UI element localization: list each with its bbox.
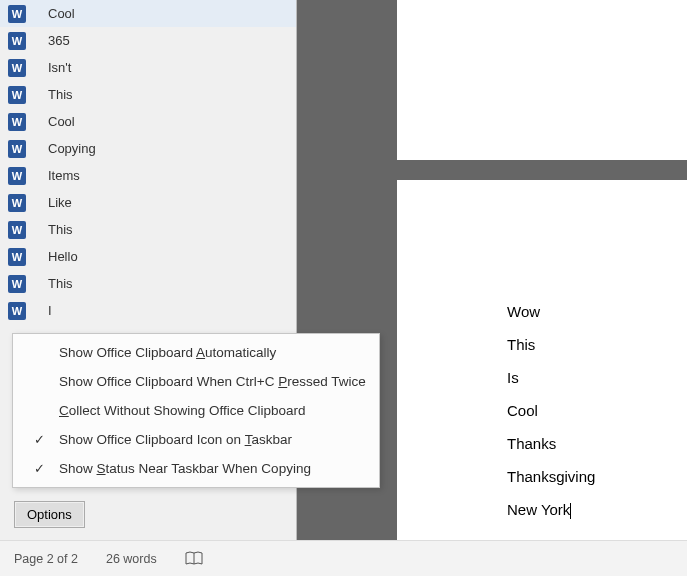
- document-line[interactable]: Thanksgiving: [507, 460, 687, 493]
- options-menu-item[interactable]: ✓Show Status Near Taskbar When Copying: [13, 454, 379, 483]
- menu-item-label: Show Office Clipboard Automatically: [59, 345, 373, 360]
- clipboard-item[interactable]: WThis: [0, 216, 296, 243]
- clipboard-item[interactable]: WThis: [0, 81, 296, 108]
- options-menu-item[interactable]: Show Office Clipboard Automatically: [13, 338, 379, 367]
- document-line[interactable]: Thanks: [507, 427, 687, 460]
- word-icon: W: [8, 167, 26, 185]
- word-icon: W: [8, 275, 26, 293]
- proofing-icon[interactable]: [185, 551, 203, 567]
- word-icon: W: [8, 140, 26, 158]
- document-line[interactable]: This: [507, 328, 687, 361]
- clipboard-item[interactable]: WI: [0, 297, 296, 324]
- clipboard-item-text: Cool: [48, 6, 75, 21]
- options-menu-item[interactable]: Collect Without Showing Office Clipboard: [13, 396, 379, 425]
- clipboard-item[interactable]: WIsn't: [0, 54, 296, 81]
- clipboard-item-text: Isn't: [48, 60, 71, 75]
- clipboard-item-text: This: [48, 222, 73, 237]
- document-line[interactable]: New York: [507, 493, 687, 526]
- word-icon: W: [8, 194, 26, 212]
- clipboard-item-text: This: [48, 87, 73, 102]
- document-line[interactable]: Wow: [507, 295, 687, 328]
- clipboard-item-text: Cool: [48, 114, 75, 129]
- document-line[interactable]: Cool: [507, 394, 687, 427]
- menu-item-label: Show Status Near Taskbar When Copying: [59, 461, 373, 476]
- clipboard-item[interactable]: WCopying: [0, 135, 296, 162]
- options-menu-item[interactable]: Show Office Clipboard When Ctrl+C Presse…: [13, 367, 379, 396]
- clipboard-item[interactable]: WCool: [0, 108, 296, 135]
- clipboard-item[interactable]: WItems: [0, 162, 296, 189]
- document-page-2[interactable]: WowThisIsCoolThanksThanksgivingNew York: [397, 180, 687, 576]
- clipboard-item-text: This: [48, 276, 73, 291]
- clipboard-item-text: 365: [48, 33, 70, 48]
- clipboard-item-text: Items: [48, 168, 80, 183]
- status-page-info[interactable]: Page 2 of 2: [14, 552, 78, 566]
- word-icon: W: [8, 221, 26, 239]
- clipboard-item[interactable]: WThis: [0, 270, 296, 297]
- status-word-count[interactable]: 26 words: [106, 552, 157, 566]
- menu-item-label: Show Office Clipboard Icon on Taskbar: [59, 432, 373, 447]
- clipboard-item-text: Like: [48, 195, 72, 210]
- menu-item-label: Show Office Clipboard When Ctrl+C Presse…: [59, 374, 373, 389]
- clipboard-item-text: Copying: [48, 141, 96, 156]
- options-button[interactable]: Options: [14, 501, 85, 528]
- word-icon: W: [8, 32, 26, 50]
- clipboard-item-text: I: [48, 303, 52, 318]
- word-icon: W: [8, 302, 26, 320]
- clipboard-item[interactable]: W365: [0, 27, 296, 54]
- word-icon: W: [8, 248, 26, 266]
- clipboard-list: WCoolW365WIsn'tWThisWCoolWCopyingWItemsW…: [0, 0, 296, 324]
- checkmark-icon: ✓: [19, 461, 59, 476]
- clipboard-item[interactable]: WHello: [0, 243, 296, 270]
- word-icon: W: [8, 86, 26, 104]
- word-icon: W: [8, 59, 26, 77]
- status-bar: Page 2 of 2 26 words: [0, 540, 687, 576]
- document-page-1[interactable]: This: [397, 0, 687, 160]
- menu-item-label: Collect Without Showing Office Clipboard: [59, 403, 373, 418]
- checkmark-icon: ✓: [19, 432, 59, 447]
- clipboard-item[interactable]: WLike: [0, 189, 296, 216]
- options-menu-item[interactable]: ✓Show Office Clipboard Icon on Taskbar: [13, 425, 379, 454]
- word-icon: W: [8, 5, 26, 23]
- document-line[interactable]: Is: [507, 361, 687, 394]
- word-icon: W: [8, 113, 26, 131]
- clipboard-item-text: Hello: [48, 249, 78, 264]
- clipboard-item[interactable]: WCool: [0, 0, 296, 27]
- options-menu: Show Office Clipboard AutomaticallyShow …: [12, 333, 380, 488]
